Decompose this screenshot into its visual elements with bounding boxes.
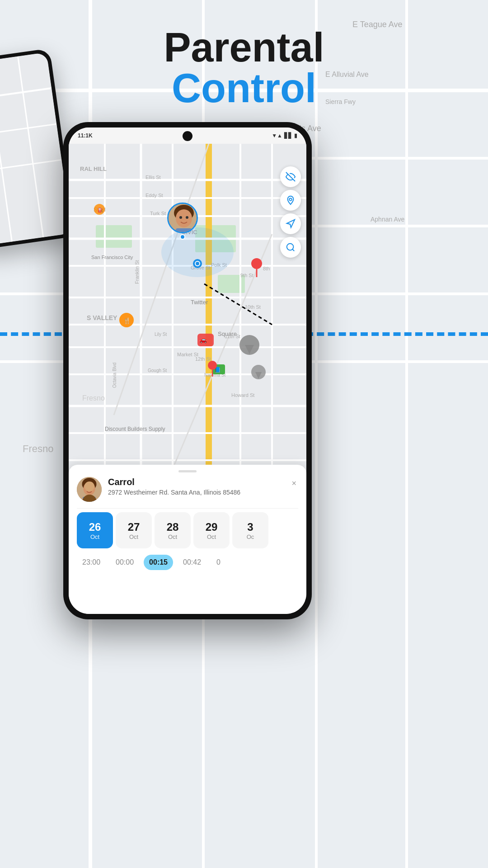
svg-text:9th St: 9th St bbox=[240, 273, 253, 278]
date-day: 29 bbox=[206, 521, 218, 533]
visibility-toggle-button[interactable] bbox=[280, 166, 301, 187]
svg-point-86 bbox=[251, 258, 262, 269]
svg-text:Fresno: Fresno bbox=[23, 443, 53, 454]
svg-text:S VALLEY: S VALLEY bbox=[87, 314, 117, 321]
svg-line-104 bbox=[292, 249, 294, 251]
svg-rect-99 bbox=[176, 228, 192, 233]
svg-point-97 bbox=[179, 216, 182, 219]
date-day: 3 bbox=[247, 521, 253, 533]
date-item-28[interactable]: 28 Oct bbox=[155, 512, 191, 548]
time-item-0[interactable]: 23:00 bbox=[77, 555, 106, 570]
date-day: 28 bbox=[167, 521, 179, 533]
title-line1: Parental bbox=[0, 27, 488, 68]
svg-point-108 bbox=[86, 487, 88, 489]
svg-text:Octavia Blvd: Octavia Blvd bbox=[112, 363, 117, 388]
date-day: 26 bbox=[89, 521, 101, 533]
svg-text:🚗: 🚗 bbox=[199, 336, 207, 344]
search-map-button[interactable] bbox=[280, 237, 301, 258]
camera-dot bbox=[183, 131, 192, 141]
date-item-3[interactable]: 3 Oc bbox=[232, 512, 268, 548]
svg-text:Franklin St: Franklin St bbox=[134, 260, 140, 284]
status-bar: 11:1K ▼▲ ▋▋ ▮ bbox=[69, 127, 306, 144]
date-month: Oct bbox=[90, 533, 99, 540]
date-month: Oct bbox=[129, 533, 138, 540]
location-dot bbox=[180, 234, 185, 240]
wifi-icon: ▋▋ bbox=[284, 132, 292, 139]
user-location-pin bbox=[167, 203, 198, 240]
navigation-button[interactable] bbox=[280, 213, 301, 234]
svg-text:Turk St: Turk St bbox=[150, 211, 166, 216]
svg-text:10th St: 10th St bbox=[245, 304, 261, 310]
svg-text:Gough St: Gough St bbox=[148, 368, 167, 373]
date-month: Oct bbox=[168, 533, 177, 540]
date-item-27[interactable]: 27 Oct bbox=[116, 512, 152, 548]
svg-text:Lily St: Lily St bbox=[155, 332, 167, 337]
svg-point-109 bbox=[91, 487, 93, 489]
phone-screen: 11:1K ▼▲ ▋▋ ▮ bbox=[69, 127, 306, 614]
svg-text:San Francisco City: San Francisco City bbox=[91, 255, 133, 260]
user-address: 2972 Westheimer Rd. Santa Ana, Illinois … bbox=[108, 488, 283, 497]
svg-text:Discount Builders Supply: Discount Builders Supply bbox=[105, 426, 165, 432]
date-item-26[interactable]: 26 Oct bbox=[77, 512, 113, 548]
user-avatar-small bbox=[77, 477, 102, 502]
title-line2: Control bbox=[0, 68, 488, 108]
date-month: Oc bbox=[247, 533, 254, 540]
svg-text:Twitter: Twitter bbox=[191, 299, 208, 306]
signal-icon: ▼▲ bbox=[272, 132, 282, 139]
location-info-panel: Carrol 2972 Westheimer Rd. Santa Ana, Il… bbox=[69, 465, 306, 614]
svg-point-98 bbox=[186, 216, 188, 219]
svg-text:Howard St: Howard St bbox=[231, 392, 254, 398]
user-info-row: Carrol 2972 Westheimer Rd. Santa Ana, Il… bbox=[77, 477, 298, 502]
svg-rect-24 bbox=[96, 225, 132, 248]
date-item-29[interactable]: 29 Oct bbox=[193, 512, 230, 548]
svg-point-96 bbox=[176, 209, 192, 227]
close-panel-button[interactable]: × bbox=[290, 477, 298, 490]
map-view[interactable]: RAL HILL Ellis St Eddy St Turk St CIVIC … bbox=[69, 144, 306, 501]
svg-text:11th St: 11th St bbox=[225, 334, 240, 339]
user-avatar-pin bbox=[167, 203, 198, 233]
svg-text:RAL HILL: RAL HILL bbox=[80, 165, 107, 172]
svg-text:Eddy St: Eddy St bbox=[145, 193, 163, 198]
user-details: Carrol 2972 Westheimer Rd. Santa Ana, Il… bbox=[108, 477, 283, 497]
geofence-button[interactable] bbox=[280, 190, 301, 211]
date-day: 27 bbox=[128, 521, 140, 533]
time-item-1[interactable]: 00:00 bbox=[110, 555, 139, 570]
battery-icon: ▮ bbox=[294, 132, 297, 139]
svg-text:Fresno: Fresno bbox=[82, 394, 105, 402]
svg-marker-102 bbox=[287, 220, 295, 227]
svg-point-103 bbox=[287, 244, 294, 250]
svg-point-107 bbox=[84, 482, 95, 495]
phone-frame: 11:1K ▼▲ ▋▋ ▮ bbox=[63, 122, 312, 619]
svg-rect-110 bbox=[83, 497, 96, 502]
svg-point-101 bbox=[289, 198, 292, 201]
svg-text:🍴: 🍴 bbox=[123, 317, 131, 325]
svg-text:Ellis St: Ellis St bbox=[145, 175, 161, 180]
svg-point-93 bbox=[196, 262, 199, 265]
map-toolbar bbox=[280, 166, 301, 258]
title-area: Parental Control bbox=[0, 27, 488, 108]
user-name: Carrol bbox=[108, 477, 283, 487]
date-month: Oct bbox=[207, 533, 216, 540]
svg-text:12th St: 12th St bbox=[195, 356, 211, 362]
time-scroll[interactable]: 23:0000:0000:1500:420 bbox=[77, 555, 298, 570]
svg-text:Aphnan Ave: Aphnan Ave bbox=[371, 216, 404, 223]
svg-text:8th: 8th bbox=[263, 266, 270, 271]
svg-text:⛽: ⛽ bbox=[98, 207, 103, 213]
divider bbox=[77, 508, 298, 509]
time-item-2[interactable]: 00:15 bbox=[144, 555, 173, 570]
status-time: 11:1K bbox=[78, 132, 93, 139]
panel-handle bbox=[178, 470, 197, 472]
status-icons: ▼▲ ▋▋ ▮ bbox=[272, 132, 297, 139]
time-item-4[interactable]: 0 bbox=[211, 555, 226, 570]
svg-point-88 bbox=[208, 361, 217, 370]
time-item-3[interactable]: 00:42 bbox=[178, 555, 206, 570]
date-scroll[interactable]: 26 Oct 27 Oct 28 Oct 29 Oct 3 Oc bbox=[77, 512, 298, 548]
